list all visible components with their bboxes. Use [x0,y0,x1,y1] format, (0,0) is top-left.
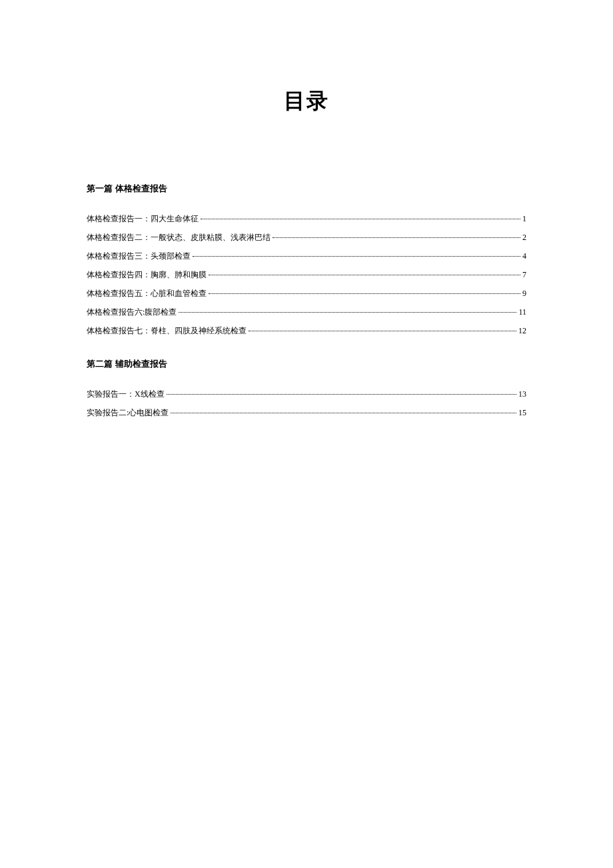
toc-label: 实验报告二:心电图检查 [87,407,169,419]
toc-page: 4 [522,251,526,261]
toc-entry: 体格检查报告二：一般状态、皮肤粘膜、浅表淋巴结 2 [87,232,526,243]
toc-dots [193,256,520,257]
toc-label: 体格检查报告六:腹部检查 [87,307,177,318]
toc-entry: 体格检查报告四：胸廓、肺和胸膜 7 [87,269,526,281]
toc-page: 2 [522,233,526,243]
toc-label: 体格检查报告二：一般状态、皮肤粘膜、浅表淋巴结 [87,232,271,243]
page-title: 目录 [87,87,526,116]
toc-dots [201,219,520,219]
toc-page: 7 [522,270,526,280]
section-header: 第二篇 辅助检查报告 [87,358,526,370]
toc-label: 体格检查报告一：四大生命体征 [87,213,199,225]
toc-dots [273,237,520,238]
toc-entry: 体格检查报告五：心脏和血管检查 9 [87,288,526,299]
toc-page: 13 [518,389,526,399]
document-page: 目录 第一篇 体格检查报告 体格检查报告一：四大生命体征 1 体格检查报告二：一… [0,0,613,419]
toc-dots [167,394,516,395]
toc-entry: 实验报告一：X线检查 13 [87,389,526,400]
toc-page: 9 [522,289,526,299]
toc-label: 体格检查报告三：头颈部检查 [87,251,191,262]
toc-section-2: 第二篇 辅助检查报告 实验报告一：X线检查 13 实验报告二:心电图检查 15 [87,358,526,419]
toc-entry: 体格检查报告六:腹部检查 11 [87,307,526,318]
toc-page: 11 [518,307,526,317]
toc-label: 体格检查报告四：胸廓、肺和胸膜 [87,269,207,281]
toc-label: 体格检查报告五：心脏和血管检查 [87,288,207,299]
toc-label: 实验报告一：X线检查 [87,389,165,400]
section-header: 第一篇 体格检查报告 [87,183,526,195]
toc-dots [179,312,516,313]
toc-entry: 体格检查报告一：四大生命体征 1 [87,213,526,225]
toc-page: 1 [522,214,526,224]
toc-dots [209,293,520,294]
toc-dots [209,275,520,275]
toc-label: 体格检查报告七：脊柱、四肢及神经系统检查 [87,325,247,337]
toc-page: 15 [518,408,526,418]
toc-entry: 体格检查报告三：头颈部检查 4 [87,251,526,262]
toc-section-1: 第一篇 体格检查报告 体格检查报告一：四大生命体征 1 体格检查报告二：一般状态… [87,183,526,337]
toc-entry: 实验报告二:心电图检查 15 [87,407,526,419]
toc-dots [171,413,516,413]
toc-dots [249,331,516,331]
toc-entry: 体格检查报告七：脊柱、四肢及神经系统检查 12 [87,325,526,337]
toc-page: 12 [518,326,526,336]
